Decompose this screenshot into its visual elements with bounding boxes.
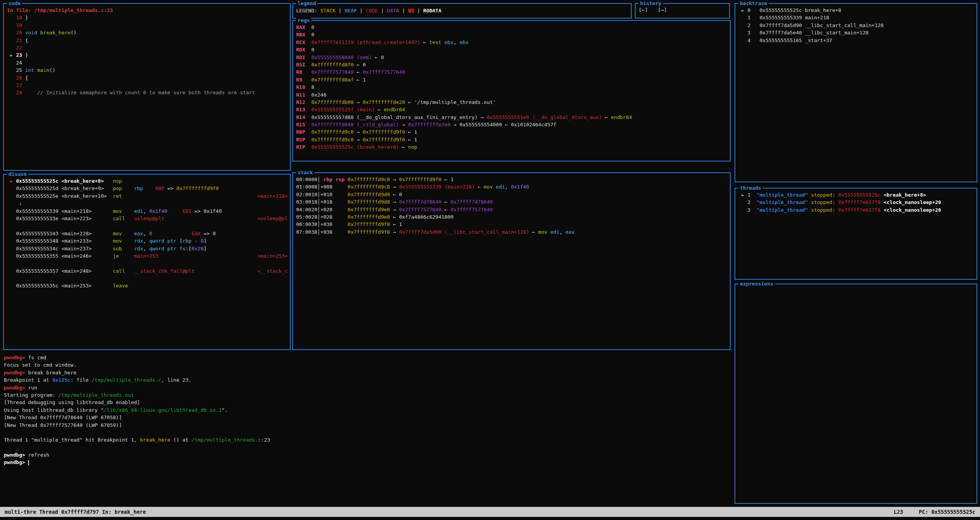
text-segment: "multiple_thread" bbox=[757, 207, 808, 213]
text-segment bbox=[37, 30, 40, 36]
disassembly-row: 0x55555555525d <break_here+9> pop rbp RB… bbox=[7, 185, 288, 192]
text-segment bbox=[7, 238, 16, 244]
register-row: RSP 0x7fffffffd9c0 → 0x7fffffffd9f0 ← 1 bbox=[296, 136, 728, 143]
disassembly-panel-content: ► 0x55555555525c <break_here+8> nop 0x55… bbox=[4, 175, 290, 349]
text-segment: R13 bbox=[296, 107, 311, 112]
text-segment: ► bbox=[738, 7, 747, 13]
text-segment: RDI bbox=[296, 54, 311, 60]
text-segment: <main+253> bbox=[257, 253, 288, 259]
segment-group bbox=[285, 185, 288, 192]
text-segment: pwndbg> bbox=[4, 452, 28, 458]
text-segment: 0 bbox=[149, 231, 152, 236]
text-segment: stopped: bbox=[811, 199, 835, 205]
text-segment: ← 0 bbox=[354, 62, 366, 68]
register-row: R10 8 bbox=[296, 83, 728, 91]
console-line: pwndbg> refresh bbox=[4, 451, 728, 459]
text-segment: ► bbox=[738, 192, 747, 198]
text-segment bbox=[125, 268, 134, 274]
disassembly-row bbox=[7, 260, 288, 267]
text-segment: ► bbox=[7, 52, 16, 58]
console-line: pwndbg> bbox=[4, 459, 728, 466]
text-segment: STACK bbox=[320, 8, 336, 14]
text-segment: 0x55555555525e <break_here+10> bbox=[16, 193, 112, 199]
segment-group bbox=[285, 230, 288, 237]
register-row: R13 0x55555555525f (main) ← endbr64 bbox=[296, 106, 728, 113]
text-segment: EAX bbox=[191, 231, 200, 236]
history-forward-button[interactable]: [→] bbox=[658, 7, 666, 18]
pwndbg-console[interactable]: pwndbg> fs cmdFocus set to cmd window.pw… bbox=[4, 354, 728, 505]
text-segment: 02:0010 bbox=[296, 192, 317, 197]
segment-group: 0x555555555343 <main+228> mov eax, 0 EAX… bbox=[7, 230, 216, 237]
text-segment: ← bbox=[602, 114, 611, 120]
text-segment: , bbox=[143, 238, 149, 244]
text-segment bbox=[167, 208, 182, 214]
text-segment: → bbox=[390, 229, 399, 235]
text-segment: 0x1f40 bbox=[511, 184, 529, 190]
text-segment: 0x1f40 bbox=[149, 208, 167, 214]
text-segment: ► bbox=[7, 178, 16, 184]
text-segment: sub bbox=[113, 246, 122, 252]
text-segment: ← bbox=[475, 184, 484, 190]
disassembly-row: 0x555555555348 <main+233> mov rdx, qword… bbox=[7, 237, 288, 245]
text-segment: } bbox=[25, 15, 28, 20]
text-segment: , bbox=[453, 39, 460, 45]
text-segment: 0x246 bbox=[311, 92, 326, 98]
text-segment: ← bbox=[441, 207, 450, 212]
history-back-button[interactable]: [←] bbox=[639, 7, 648, 18]
text-segment: int bbox=[25, 67, 34, 73]
text-segment: 19 bbox=[7, 22, 22, 28]
text-segment: RCX bbox=[296, 39, 311, 45]
text-segment: 0x7ffff7ffe2e0 bbox=[408, 122, 451, 127]
text-segment: +030 bbox=[320, 221, 348, 227]
text-segment: 0x7ffff7e617f8 bbox=[838, 207, 881, 213]
text-segment: rbp bbox=[134, 185, 143, 191]
segment-group bbox=[7, 222, 10, 229]
text-segment: RAX bbox=[296, 24, 311, 30]
text-segment: : file bbox=[70, 377, 92, 383]
text-segment: "multiple_thread" bbox=[757, 192, 808, 198]
text-segment bbox=[7, 283, 16, 289]
registers-panel-title: regs bbox=[296, 17, 311, 24]
text-segment: () at bbox=[170, 437, 191, 443]
text-segment: 8 bbox=[201, 238, 204, 244]
segment-group bbox=[7, 275, 10, 282]
text-segment: → bbox=[478, 114, 487, 120]
console-line: Breakpoint 1 at 0x125c: file /tmp/multip… bbox=[4, 376, 728, 384]
text-segment: } bbox=[25, 52, 28, 58]
expressions-panel-title: expressions bbox=[738, 280, 775, 287]
segment-group: 0x555555555357 <main+248> call __stack_c… bbox=[7, 267, 194, 275]
segment-group bbox=[285, 237, 288, 245]
console-line: pwndbg> run bbox=[4, 384, 728, 391]
text-segment: │ bbox=[317, 221, 320, 227]
backtrace-panel: backtrace ► 0 0x55555555525c break_here+… bbox=[735, 3, 977, 182]
text-segment: :23 bbox=[261, 437, 270, 443]
text-segment: ← bbox=[399, 144, 408, 150]
text-segment: +010 bbox=[320, 192, 348, 197]
disassembly-panel: disasm ► 0x55555555525c <break_here+8> n… bbox=[3, 174, 291, 350]
text-segment: → bbox=[390, 207, 399, 212]
segment-group: 0x55555555525e <break_here+10> ret bbox=[7, 192, 122, 200]
status-bar: multi-thre Thread 0x7ffff7d797 In: break… bbox=[0, 507, 980, 517]
text-segment: 0x7ffff7577640 bbox=[450, 207, 493, 212]
history-panel-title: history bbox=[639, 0, 663, 7]
text-segment: LEGEND: bbox=[296, 8, 320, 14]
text-segment: [Thread debugging using libthread_db ena… bbox=[4, 399, 140, 405]
text-segment: 0x555555555339 <main+218> bbox=[16, 208, 112, 214]
text-segment: 4 0x555555555165 _start+37 bbox=[738, 37, 832, 43]
text-segment: 0x7ffff7577640 bbox=[363, 69, 405, 75]
text-segment: → bbox=[390, 184, 399, 190]
text-segment: 0x555555558040 (sem) bbox=[311, 54, 372, 60]
text-segment bbox=[122, 238, 134, 244]
text-segment: | bbox=[378, 8, 387, 14]
text-segment: <__stack_c bbox=[257, 268, 288, 274]
console-line: Using host libthread_db library "/lib/x8… bbox=[4, 406, 728, 414]
text-segment bbox=[143, 185, 155, 191]
text-segment: RBP bbox=[155, 185, 164, 191]
text-segment: │ bbox=[317, 214, 320, 220]
text-segment: je bbox=[113, 253, 119, 259]
text-segment: 24 bbox=[7, 60, 22, 66]
text-segment: 0x7fffffffd9d8 bbox=[348, 199, 390, 205]
text-segment: 0x555555555357 <main+248> bbox=[16, 268, 112, 274]
text-segment: qword ptr fs bbox=[149, 246, 186, 252]
text-segment: → bbox=[399, 122, 408, 127]
